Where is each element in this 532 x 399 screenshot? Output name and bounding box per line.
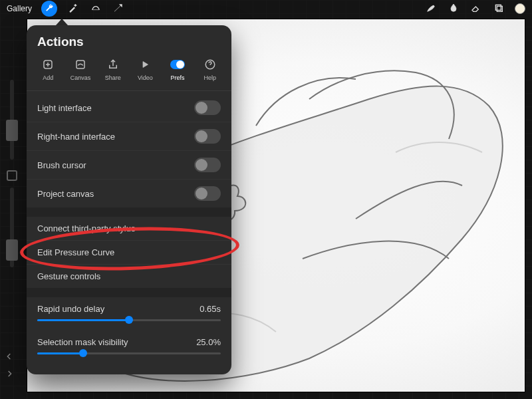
undo-button[interactable] [4,351,15,362]
svg-rect-1 [495,5,501,10]
row-label: Brush cursor [37,160,86,170]
modify-button[interactable] [7,170,17,181]
row-label: Project canvas [37,189,94,199]
row-label: Gesture controls [37,271,100,281]
tab-label: Video [138,74,153,81]
row-rapid-undo-delay[interactable]: Rapid undo delay 0.65s [27,297,231,331]
move-icon [113,3,124,15]
row-label: Edit Pressure Curve [37,247,114,257]
popover-title: Actions [27,25,231,55]
row-connect-stylus[interactable]: Connect third-party stylus [27,217,231,240]
row-label: Light interface [37,103,92,113]
toggle-right-hand-interface[interactable] [194,129,221,144]
row-light-interface[interactable]: Light interface [27,94,231,122]
transform-button[interactable] [112,2,125,15]
undo-redo-group [4,351,15,379]
share-icon [106,57,120,72]
add-icon [41,57,55,72]
smudge-icon [448,3,459,15]
brush-size-slider[interactable] [10,80,14,160]
row-selection-mask-visibility[interactable]: Selection mask visibility 25.0% [27,331,231,364]
row-label: Right-hand interface [37,132,115,142]
svg-rect-2 [497,6,502,11]
eraser-button[interactable] [469,2,483,15]
toggle-brush-cursor[interactable] [194,158,221,172]
row-gesture-controls[interactable]: Gesture controls [27,264,231,288]
toggle-light-interface[interactable] [194,100,221,115]
actions-popover: Actions Add Canvas Share Video Prefs [27,25,231,374]
popover-caret [56,19,68,25]
tab-prefs[interactable]: Prefs [162,55,194,86]
color-button[interactable] [515,3,525,14]
toggle-project-canvas[interactable] [194,186,221,201]
brush-button[interactable] [424,2,438,15]
canvas-icon [73,57,88,72]
row-label: Connect third-party stylus [37,223,135,233]
prefs-icon [170,57,185,72]
smudge-button[interactable] [447,2,460,15]
tab-label: Help [203,74,216,81]
tab-label: Prefs [171,74,185,81]
video-icon [138,57,152,72]
app-stage: Gallery [0,0,532,399]
adjustments-button[interactable] [66,2,80,15]
brush-opacity-thumb[interactable] [6,239,18,261]
wrench-icon [45,3,54,15]
section-gap [27,288,231,297]
wand-icon [68,3,78,15]
slider-value: 0.65s [200,304,221,314]
slider-label: Selection mask visibility [37,337,128,347]
layers-icon [493,3,504,15]
select-icon [90,3,101,15]
tab-label: Share [105,74,121,81]
tab-canvas[interactable]: Canvas [65,55,97,86]
tab-label: Add [43,74,53,81]
section-gap [27,207,231,217]
slider-fill [37,319,129,321]
actions-button[interactable] [41,1,57,17]
tab-share[interactable]: Share [96,55,129,86]
mask-visibility-slider[interactable] [37,352,221,354]
layers-button[interactable] [492,2,505,15]
slider-knob[interactable] [125,316,133,324]
help-icon [203,57,217,72]
gallery-button[interactable]: Gallery [7,4,32,13]
top-toolbar: Gallery [0,0,532,17]
redo-button[interactable] [4,368,15,379]
row-brush-cursor[interactable]: Brush cursor [27,150,231,179]
brush-icon [426,3,436,15]
row-edit-pressure-curve[interactable]: Edit Pressure Curve [27,240,231,264]
eraser-icon [471,3,481,15]
row-right-hand-interface[interactable]: Right-hand interface [27,122,231,150]
side-rail [4,80,20,267]
slider-knob[interactable] [79,349,87,357]
brush-size-thumb[interactable] [6,120,18,141]
tab-add[interactable]: Add [32,55,65,86]
rapid-undo-slider[interactable] [37,319,221,321]
tab-video[interactable]: Video [129,55,162,86]
brush-opacity-slider[interactable] [10,188,14,267]
slider-fill [37,352,83,354]
selection-button[interactable] [89,2,102,15]
row-project-canvas[interactable]: Project canvas [27,179,231,207]
tab-help[interactable]: Help [194,55,226,86]
tab-label: Canvas [70,74,91,81]
slider-label: Rapid undo delay [37,304,104,314]
slider-value: 25.0% [196,337,221,347]
prefs-rows: Light interface Right-hand interface Bru… [27,91,231,364]
popover-tabs: Add Canvas Share Video Prefs Help [27,55,231,90]
